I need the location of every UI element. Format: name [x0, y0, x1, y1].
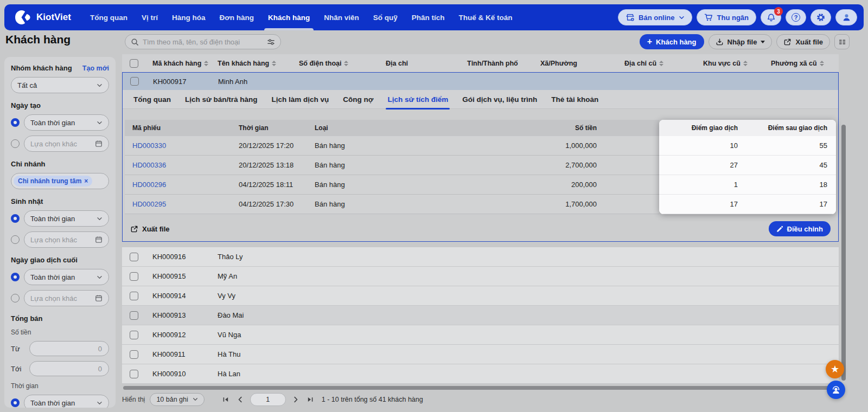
customer-group-select[interactable]: Tất cả — [11, 77, 109, 93]
detail-tab[interactable]: Công nợ — [336, 90, 380, 109]
expanded-customer-row[interactable]: KH000917 Minh Anh — [123, 73, 838, 90]
customer-row[interactable]: KH000913 Đào Mai — [122, 306, 839, 325]
customer-row[interactable]: KH000916 Thảo Ly — [122, 247, 839, 267]
nav-item[interactable]: Phân tích — [405, 4, 452, 30]
create-group-link[interactable]: Tạo mới — [82, 65, 109, 72]
radio-selected[interactable] — [11, 214, 20, 223]
nav-item[interactable]: Nhân viên — [317, 4, 366, 30]
radio-selected[interactable] — [11, 273, 20, 281]
last-transaction-range-select[interactable]: Toàn thời gian — [24, 269, 109, 285]
last-transaction-custom-input[interactable]: Lựa chọn khác — [24, 290, 109, 306]
sort-icon[interactable] — [820, 61, 824, 66]
radio-unselected[interactable] — [11, 139, 20, 148]
sort-icon[interactable] — [743, 61, 748, 66]
invoice-link[interactable]: HD000336 — [132, 161, 166, 169]
next-page-button[interactable] — [292, 395, 299, 404]
row-checkbox[interactable] — [130, 350, 138, 359]
column-header[interactable]: Địa chỉ — [379, 60, 461, 67]
column-header[interactable]: Khu vực cũ — [697, 60, 764, 67]
customer-row[interactable]: KH000911 Hà Thu — [122, 345, 839, 364]
nav-item[interactable]: Vị trí — [135, 4, 165, 30]
radio-unselected[interactable] — [11, 294, 20, 302]
branch-filter-input[interactable]: Chi nhánh trung tâm × — [11, 173, 109, 189]
settings-button[interactable] — [810, 9, 831, 25]
detail-tab[interactable]: Thẻ tài khoản — [544, 90, 605, 109]
sales-time-range-select[interactable]: Toàn thời gian — [24, 395, 109, 408]
row-checkbox[interactable] — [130, 253, 138, 261]
birthday-range-select[interactable]: Toàn thời gian — [24, 210, 109, 227]
created-date-range-select[interactable]: Toàn thời gian — [24, 114, 109, 131]
nav-item[interactable]: Sổ quỹ — [366, 4, 405, 30]
row-checkbox[interactable] — [130, 77, 139, 86]
amount-to-input[interactable] — [29, 361, 109, 376]
export-file-button[interactable]: Xuất file — [776, 34, 830, 49]
profile-button[interactable] — [835, 9, 857, 25]
column-header[interactable]: Số điện thoại — [292, 60, 379, 67]
thu-ngan-button[interactable]: Thu ngân — [697, 9, 757, 25]
nav-item[interactable]: Tổng quan — [83, 4, 135, 30]
page-size-select[interactable]: 10 bản ghi — [150, 393, 204, 406]
add-customer-button[interactable]: + Khách hàng — [640, 34, 704, 49]
support-fab[interactable] — [827, 381, 845, 399]
sort-icon[interactable] — [659, 61, 663, 66]
customer-row[interactable]: KH000912 Vũ Nga — [122, 325, 839, 345]
nav-item[interactable]: Thuế & Kế toán — [452, 4, 520, 30]
nav-item[interactable]: Hàng hóa — [165, 4, 213, 30]
created-date-custom-input[interactable]: Lựa chọn khác — [24, 136, 109, 152]
last-page-button[interactable] — [306, 395, 315, 404]
rating-fab[interactable]: ★ — [826, 360, 844, 378]
page-input[interactable] — [250, 393, 286, 406]
column-settings-button[interactable] — [834, 34, 850, 49]
customer-row[interactable]: KH000915 Mỹ An — [122, 267, 839, 286]
detail-tab[interactable]: Lịch làm dịch vụ — [265, 90, 336, 109]
column-header[interactable]: Tỉnh/Thành phố — [461, 60, 534, 67]
customer-row[interactable]: KH000910 Hà Lan — [122, 364, 839, 384]
row-checkbox[interactable] — [130, 272, 138, 281]
sort-icon[interactable] — [272, 61, 276, 66]
first-page-button[interactable] — [221, 395, 230, 404]
select-all-checkbox[interactable] — [130, 59, 138, 68]
row-checkbox[interactable] — [130, 370, 138, 378]
invoice-link[interactable]: HD000296 — [132, 181, 166, 189]
detail-tab[interactable]: Lịch sử tích điểm — [380, 90, 455, 109]
horizontal-scrollbar[interactable] — [122, 385, 839, 390]
nav-item[interactable]: Khách hàng — [261, 4, 317, 30]
column-header[interactable]: Xã/Phường — [534, 60, 618, 67]
advanced-filter-icon[interactable] — [267, 38, 275, 46]
remove-tag-icon[interactable]: × — [84, 177, 88, 185]
export-points-button[interactable]: Xuất file — [130, 225, 170, 233]
detail-tab[interactable]: Gói dịch vụ, liệu trình — [455, 90, 544, 109]
column-header[interactable]: Địa chỉ cũ — [618, 60, 697, 67]
detail-tab[interactable]: Tổng quan — [126, 90, 178, 109]
invoice-link[interactable]: HD000330 — [132, 141, 166, 150]
points-row: HD000295 04/12/2025 17:30 Bán hàng 1,700… — [125, 195, 659, 214]
column-header[interactable]: Tên khách hàng — [211, 60, 292, 67]
radio-selected[interactable] — [11, 398, 20, 407]
birthday-custom-input[interactable]: Lựa chọn khác — [24, 231, 109, 248]
adjust-points-button[interactable]: Điều chỉnh — [769, 221, 831, 236]
sort-icon[interactable] — [204, 61, 208, 66]
vertical-scrollbar[interactable] — [841, 125, 846, 381]
brand[interactable]: KiotViet — [15, 10, 71, 24]
nav-item[interactable]: Đơn hàng — [212, 4, 261, 30]
row-checkbox[interactable] — [130, 331, 138, 339]
invoice-link[interactable]: HD000295 — [132, 200, 166, 208]
help-button[interactable]: ? — [786, 9, 806, 25]
customer-row[interactable]: KH000914 Vy Vy — [122, 286, 839, 306]
import-file-button[interactable]: Nhập file — [709, 34, 773, 49]
hscroll-thumb[interactable] — [123, 386, 838, 390]
amount-from-input[interactable] — [29, 341, 109, 356]
ban-online-button[interactable]: Bán online — [618, 9, 692, 25]
radio-selected[interactable] — [11, 118, 20, 127]
sort-icon[interactable] — [344, 61, 348, 66]
prev-page-button[interactable] — [237, 395, 244, 404]
row-checkbox[interactable] — [130, 292, 138, 300]
radio-unselected[interactable] — [11, 235, 20, 244]
detail-tab[interactable]: Lịch sử bán/trả hàng — [178, 90, 265, 109]
column-header[interactable]: Phường xã cũ — [764, 60, 839, 67]
column-header[interactable]: Mã khách hàng — [146, 60, 211, 67]
search-input[interactable] — [143, 38, 263, 46]
search-box[interactable] — [125, 34, 281, 49]
notifications-button[interactable]: 3 — [761, 9, 781, 25]
row-checkbox[interactable] — [130, 311, 138, 320]
